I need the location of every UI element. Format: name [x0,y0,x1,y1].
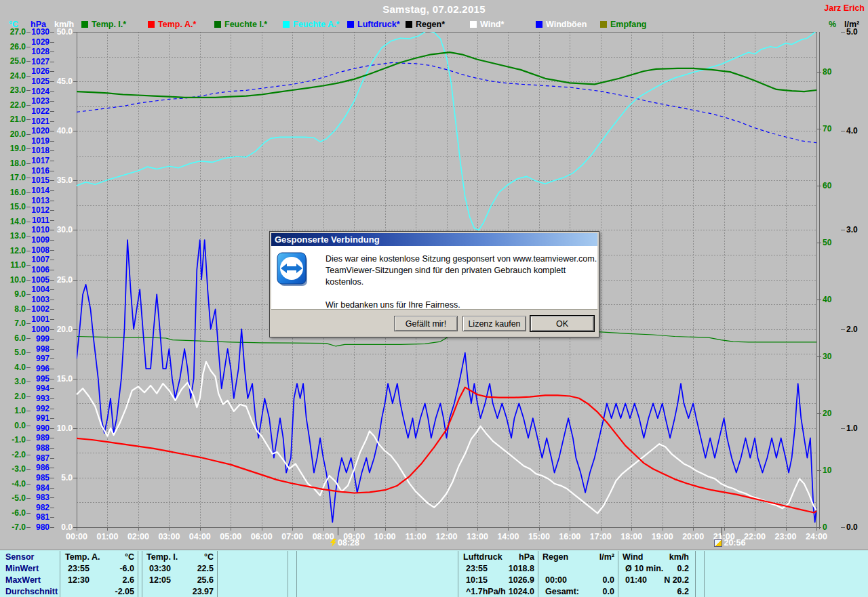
axis-tick [50,171,54,171]
axis-tick [50,111,54,112]
axis-tick [50,52,54,52]
axis-tick [50,358,54,359]
axis-tick [817,356,821,357]
axis-tick-label: 996 [9,365,50,373]
table-separator [695,551,696,597]
x-axis-label: 07:00 [277,532,307,541]
axis-tick-label: 50 [823,239,850,247]
table-separator [60,551,60,597]
teamviewer-icon [277,251,308,291]
axis-tick [50,458,54,459]
x-axis-label: 12:00 [432,532,462,541]
table-row-label: MaxWert [5,575,41,585]
axis-tick [50,409,54,409]
x-axis-label: 16:00 [555,532,585,541]
sensor-value: 1026.9 [487,575,534,585]
axis-tick-label: 999 [9,335,50,343]
x-axis-label: 19:00 [648,532,677,541]
axis-tick-label: 0.0 [846,523,868,531]
sensor-value: 22.5 [166,564,214,573]
axis-tick-label: 1009 [9,236,50,244]
sensor-value: -2.05 [87,587,134,596]
axis-tick [841,230,845,230]
axis-tick [50,438,54,438]
sensor-value: 1024.0 [487,587,534,596]
axis-tick-label: 1018 [9,146,50,155]
axis-tick [26,323,31,324]
sensor-value: 0.0 [567,575,614,585]
sensor-value: 6.2 [642,587,689,596]
axis-tick-label: 20.0 [32,325,73,333]
x-axis-label: 02:00 [123,532,153,541]
axis-tick-label: 40.0 [32,127,73,135]
axis-tick [50,71,54,72]
axis-tick-label: 1026 [9,67,50,75]
axis-tick [50,339,54,339]
axis-tick-label: 1027 [9,58,50,66]
axis-tick [50,289,54,290]
axis-tick [50,210,54,211]
axis-tick-label: 45.0 [32,77,73,85]
axis-tick-label: 30.0 [32,226,73,234]
sensor-unit: °C [94,552,134,562]
axis-tick-label: 1016 [9,167,50,175]
axis-tick [50,260,54,260]
axis-tick [841,428,845,429]
axis-tick-label: 1001 [9,315,50,323]
axis-tick [50,91,54,92]
axis-tick [50,240,54,241]
x-axis-label: 03:00 [154,532,184,541]
axis-tick-label: 0 [823,523,850,531]
axis-tick [73,428,77,429]
axis-tick-label: 25.0 [32,276,73,284]
sensor-value: 0.2 [642,564,689,573]
buy-license-button[interactable]: Lizenz kaufen [462,316,526,331]
axis-tick-label: 10 [823,466,850,474]
axis-tick [73,81,77,82]
x-axis-label: 10:00 [370,532,400,541]
axis-tick-label: 40 [823,295,850,304]
x-axis-label: 23:00 [771,532,801,541]
axis-tick [73,527,77,528]
sensor-unit: °C [173,552,214,562]
axis-tick [50,488,54,489]
axis-tick [73,329,77,330]
axis-tick [841,131,845,131]
axis-tick [50,497,54,498]
sensor-value: 1018.8 [487,564,534,573]
axis-tick-label: 1023 [9,97,50,105]
axis-tick-label: 1024 [9,87,50,96]
axis-tick-label: 15.0 [32,375,73,383]
sensor-value: 23.97 [166,587,214,596]
axis-tick [817,129,821,129]
axis-tick-label: 20 [823,409,850,417]
axis-tick [73,131,77,131]
axis-tick [73,280,77,281]
table-separator [296,551,297,597]
axis-tick [50,250,54,251]
ok-button[interactable]: OK [530,316,594,331]
like-button[interactable]: Gefällt mir! [394,316,458,331]
axis-tick-label: 1007 [9,255,50,264]
dialog-titlebar[interactable]: Gesponserte Verbindung [271,233,597,246]
axis-tick-label: 1014 [9,186,50,194]
sensor-time: 10:15 [466,575,488,585]
axis-tick [50,190,54,191]
axis-tick [817,413,821,414]
axis-tick-label: 50.0 [32,28,73,36]
table-separator [138,551,138,597]
table-separator [458,551,458,597]
x-axis-label: 13:00 [462,532,492,541]
axis-tick [50,161,54,161]
table-separator [142,551,142,597]
axis-tick-label: 1011 [9,216,50,224]
x-axis-label: 11:00 [401,532,431,541]
weather-station-window: Samstag, 07.02.2015 Jarz Erich °ChPakm/h… [0,0,868,597]
axis-tick-label: 10.0 [32,424,73,432]
axis-tick [73,379,77,379]
axis-tick-label: 5.0 [846,28,868,36]
axis-tick-label: 998 [9,345,50,353]
axis-tick-label: 0.0 [32,523,73,531]
x-axis-label: 14:00 [493,532,523,541]
x-axis-label: 04:00 [185,532,215,541]
